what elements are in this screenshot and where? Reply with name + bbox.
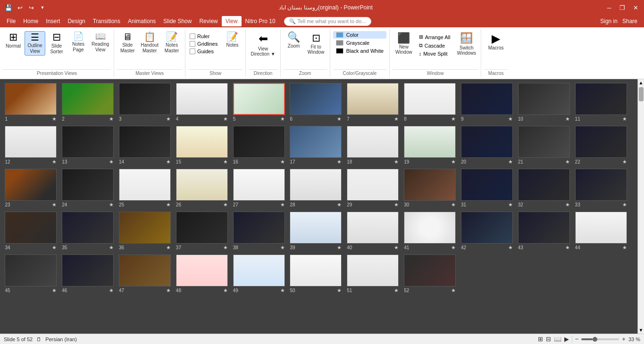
slide-star-42[interactable]: ★: [508, 245, 513, 251]
slide-star-8[interactable]: ★: [451, 116, 456, 122]
slide-item-52[interactable]: 52★: [403, 254, 457, 294]
gridlines-checkbox[interactable]: Gridlines: [188, 41, 219, 47]
slide-item-49[interactable]: 49★: [232, 254, 286, 294]
macros-button[interactable]: ▶ Macros: [484, 31, 508, 51]
slide-star-49[interactable]: ★: [280, 287, 285, 294]
grayscale-button[interactable]: Grayscale: [333, 39, 386, 47]
slide-star-31[interactable]: ★: [508, 202, 513, 208]
slide-item-32[interactable]: 32★: [517, 169, 571, 208]
normal-view-status-button[interactable]: ⊞: [538, 336, 543, 343]
slide-star-6[interactable]: ★: [337, 116, 342, 122]
color-button[interactable]: Color: [333, 31, 386, 39]
switch-windows-button[interactable]: 🪟 SwitchWindows: [455, 31, 478, 57]
slide-item-48[interactable]: 48★: [175, 254, 229, 294]
sign-in-button[interactable]: Sign in: [600, 18, 618, 25]
slide-star-39[interactable]: ★: [337, 245, 342, 251]
slide-star-13[interactable]: ★: [109, 159, 114, 165]
slide-star-1[interactable]: ★: [52, 116, 57, 122]
slide-item-37[interactable]: 37★: [175, 212, 229, 251]
slide-star-29[interactable]: ★: [394, 202, 399, 208]
slideshow-status-button[interactable]: ▶: [564, 336, 569, 343]
slide-item-13[interactable]: 13★: [61, 126, 115, 165]
restore-button[interactable]: ❐: [618, 3, 627, 12]
slide-star-4[interactable]: ★: [223, 116, 228, 122]
slide-item-14[interactable]: 14★: [118, 126, 172, 165]
slide-star-48[interactable]: ★: [223, 287, 228, 294]
slide-item-38[interactable]: 38★: [232, 212, 286, 251]
menu-view[interactable]: View: [222, 16, 242, 26]
slide-star-12[interactable]: ★: [52, 159, 57, 165]
menu-transitions[interactable]: Transitions: [89, 16, 124, 26]
slide-star-41[interactable]: ★: [451, 245, 456, 251]
slide-star-32[interactable]: ★: [565, 202, 570, 208]
outline-view-button[interactable]: ☰ OutlineView: [25, 31, 45, 56]
slide-star-47[interactable]: ★: [166, 287, 171, 294]
slide-star-45[interactable]: ★: [52, 287, 57, 294]
slide-star-44[interactable]: ★: [622, 245, 627, 251]
slide-star-51[interactable]: ★: [394, 287, 399, 294]
slide-item-2[interactable]: 2★: [61, 83, 115, 122]
slide-star-33[interactable]: ★: [622, 202, 627, 208]
slide-star-9[interactable]: ★: [508, 116, 513, 122]
slide-item-39[interactable]: 39★: [289, 212, 343, 251]
slide-item-50[interactable]: 50★: [289, 254, 343, 294]
slide-star-37[interactable]: ★: [223, 245, 228, 251]
ruler-checkbox[interactable]: Ruler: [188, 33, 219, 40]
slide-item-22[interactable]: 22★: [574, 126, 628, 165]
bw-button[interactable]: Black and White: [333, 47, 386, 55]
arrange-all-button[interactable]: ⊞ Arrange All: [416, 33, 453, 41]
slide-star-15[interactable]: ★: [223, 159, 228, 165]
slide-star-19[interactable]: ★: [451, 159, 456, 165]
slide-item-7[interactable]: 7★: [346, 83, 400, 122]
menu-home[interactable]: Home: [19, 16, 42, 26]
slide-star-11[interactable]: ★: [622, 116, 627, 122]
slide-item-35[interactable]: 35★: [61, 212, 115, 251]
reading-view-button[interactable]: 📖 ReadingView: [90, 31, 111, 54]
slide-item-20[interactable]: 20★: [460, 126, 514, 165]
zoom-slider[interactable]: [581, 338, 619, 340]
slide-star-16[interactable]: ★: [280, 159, 285, 165]
slide-item-40[interactable]: 40★: [346, 212, 400, 251]
cascade-button[interactable]: ⧉ Cascade: [416, 41, 453, 49]
scroll-down-button[interactable]: ▼: [638, 327, 644, 334]
slide-star-50[interactable]: ★: [337, 287, 342, 294]
slide-star-34[interactable]: ★: [52, 245, 57, 251]
slide-star-21[interactable]: ★: [565, 159, 570, 165]
guides-checkbox[interactable]: Guides: [188, 48, 219, 55]
slide-star-28[interactable]: ★: [337, 202, 342, 208]
redo-button[interactable]: ↪: [26, 3, 36, 12]
fit-window-button[interactable]: ⊡ Fit toWindow: [305, 31, 327, 56]
slide-item-1[interactable]: 1★: [4, 83, 58, 122]
menu-animations[interactable]: Animations: [124, 16, 159, 26]
menu-slideshow[interactable]: Slide Show: [159, 16, 195, 26]
menu-design[interactable]: Design: [64, 16, 89, 26]
slide-item-15[interactable]: 15★: [175, 126, 229, 165]
notes-status-button[interactable]: 🗒: [36, 336, 42, 342]
slide-item-41[interactable]: 41★: [403, 212, 457, 251]
move-split-button[interactable]: ↕ Move Split: [416, 50, 453, 57]
slide-star-40[interactable]: ★: [394, 245, 399, 251]
scroll-thumb[interactable]: [639, 87, 644, 101]
slide-master-button[interactable]: 🖥 SlideMaster: [117, 31, 138, 55]
slide-star-17[interactable]: ★: [337, 159, 342, 165]
slide-item-30[interactable]: 30★: [403, 169, 457, 208]
slide-item-8[interactable]: 8★: [403, 83, 457, 122]
scroll-track[interactable]: [638, 86, 644, 327]
slide-item-11[interactable]: 11★: [574, 83, 628, 122]
slide-star-2[interactable]: ★: [109, 116, 114, 122]
vertical-scrollbar[interactable]: ▲ ▼: [637, 79, 644, 334]
slide-star-23[interactable]: ★: [52, 202, 57, 208]
slide-sorter-status-button[interactable]: ⊟: [546, 336, 551, 343]
slide-star-24[interactable]: ★: [109, 202, 114, 208]
slide-star-20[interactable]: ★: [508, 159, 513, 165]
slide-star-10[interactable]: ★: [565, 116, 570, 122]
notes-button[interactable]: 📝 Notes: [222, 31, 243, 49]
slide-item-46[interactable]: 46★: [61, 254, 115, 294]
normal-view-button[interactable]: ⊞ Normal: [3, 31, 24, 50]
slide-item-17[interactable]: 17★: [289, 126, 343, 165]
slide-star-36[interactable]: ★: [166, 245, 171, 251]
share-button[interactable]: Share: [622, 18, 637, 25]
slide-star-22[interactable]: ★: [622, 159, 627, 165]
menu-review[interactable]: Review: [195, 16, 221, 26]
slide-item-43[interactable]: 43★: [517, 212, 571, 251]
